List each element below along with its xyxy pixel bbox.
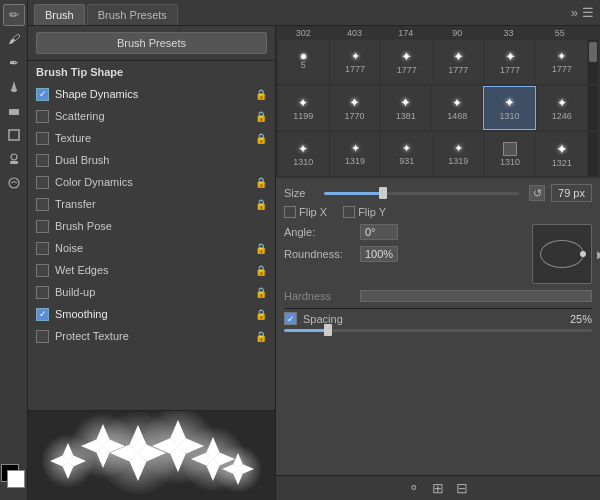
tool-blur[interactable]	[3, 172, 25, 194]
check-noise[interactable]	[36, 242, 49, 255]
brush-cell-1310-sq[interactable]: 1310	[485, 132, 536, 176]
tab-brush[interactable]: Brush	[34, 4, 85, 25]
tab-brush-presets[interactable]: Brush Presets	[87, 4, 178, 25]
lock-smoothing: 🔒	[255, 309, 267, 320]
tab-actions: » ☰	[571, 5, 594, 24]
spacing-slider-thumb[interactable]	[324, 324, 332, 336]
grid-scrollbar	[588, 40, 598, 84]
check-transfer[interactable]	[36, 198, 49, 211]
scroll-thumb[interactable]	[589, 42, 597, 62]
check-scattering[interactable]	[36, 110, 49, 123]
setting-texture[interactable]: Texture 🔒	[28, 127, 275, 149]
brush-cell-1319b[interactable]: ✦ 1319	[433, 132, 484, 176]
bottom-icon-grid[interactable]: ⊞	[432, 480, 444, 496]
hardness-bar[interactable]	[360, 290, 592, 302]
bottom-icon-link[interactable]: ⚬	[408, 480, 420, 496]
background-color[interactable]	[7, 470, 25, 488]
check-smoothing[interactable]	[36, 308, 49, 321]
brush-cell-1777-1[interactable]: ✦ 1777	[330, 40, 381, 84]
size-slider-thumb[interactable]	[379, 187, 387, 199]
star-brush: ✦	[453, 49, 464, 64]
tool-stamp[interactable]	[3, 148, 25, 170]
setting-shape-dynamics[interactable]: Shape Dynamics 🔒	[28, 83, 275, 105]
brush-presets-btn-row: Brush Presets	[28, 26, 275, 61]
check-dual-brush[interactable]	[36, 154, 49, 167]
star-brush: ✦	[454, 142, 463, 155]
setting-wet-edges[interactable]: Wet Edges 🔒	[28, 259, 275, 281]
spacing-value: 25%	[570, 313, 592, 325]
tool-brush[interactable]: ✏	[3, 4, 25, 26]
grid-num-55: 55	[535, 28, 585, 38]
brush-cell-1381[interactable]: ✦ 1381	[381, 86, 431, 130]
check-protect-texture[interactable]	[36, 330, 49, 343]
tool-eraser[interactable]	[3, 100, 25, 122]
brush-cell-1199[interactable]: ✦ 1199	[278, 86, 328, 130]
setting-brush-pose[interactable]: Brush Pose	[28, 215, 275, 237]
setting-buildup[interactable]: Build-up 🔒	[28, 281, 275, 303]
brush-num: 1310	[500, 157, 520, 167]
brush-grid-container: 302 403 174 90 33 55 5	[276, 26, 600, 178]
brush-cell-1468[interactable]: ✦ 1468	[432, 86, 482, 130]
check-texture[interactable]	[36, 132, 49, 145]
color-swatches[interactable]	[0, 462, 29, 492]
svg-rect-4	[10, 161, 18, 164]
setting-transfer[interactable]: Transfer 🔒	[28, 193, 275, 215]
tool-pen[interactable]: ✒	[3, 52, 25, 74]
brush-presets-button[interactable]: Brush Presets	[36, 32, 267, 54]
brush-cell-1777-4[interactable]: ✦ 1777	[485, 40, 536, 84]
bottom-icon-trash[interactable]: ⊟	[456, 480, 468, 496]
roundness-value[interactable]: 100%	[360, 246, 398, 262]
size-row: Size ↺ 79 px	[284, 184, 592, 202]
brush-num: 1777	[397, 65, 417, 75]
brush-num: 1777	[448, 65, 468, 75]
check-brush-pose[interactable]	[36, 220, 49, 233]
tool-ink[interactable]	[3, 76, 25, 98]
flip-x-btn[interactable]: Flip X	[284, 206, 327, 218]
brush-cell-1310-selected[interactable]: ✦ 1310	[483, 86, 535, 130]
tool-rectangle[interactable]	[3, 124, 25, 146]
check-buildup[interactable]	[36, 286, 49, 299]
setting-dual-brush[interactable]: Dual Brush	[28, 149, 275, 171]
brush-cell-931[interactable]: ✦ 931	[381, 132, 432, 176]
setting-smoothing[interactable]: Smoothing 🔒	[28, 303, 275, 325]
spacing-slider-track[interactable]	[284, 329, 592, 332]
brush-cell-1777-2[interactable]: ✦ 1777	[381, 40, 432, 84]
angle-value[interactable]: 0°	[360, 224, 398, 240]
brush-cell-5[interactable]: 5	[278, 40, 329, 84]
setting-noise[interactable]: Noise 🔒	[28, 237, 275, 259]
brush-cell-1246[interactable]: ✦ 1246	[537, 86, 587, 130]
brush-cell-1777-5[interactable]: ✦ 1777	[536, 40, 587, 84]
setting-scattering[interactable]: Scattering 🔒	[28, 105, 275, 127]
brush-cell-1321[interactable]: ✦ 1321	[536, 132, 587, 176]
brush-cell-1770[interactable]: ✦ 1770	[329, 86, 379, 130]
check-shape-dynamics[interactable]	[36, 88, 49, 101]
tool-paintbrush[interactable]: 🖌	[3, 28, 25, 50]
hardness-label: Hardness	[284, 290, 354, 302]
menu-icon[interactable]: ☰	[582, 5, 594, 20]
label-wet-edges: Wet Edges	[55, 264, 109, 276]
flip-x-check[interactable]	[284, 206, 296, 218]
brush-cell-1319[interactable]: ✦ 1319	[330, 132, 381, 176]
expand-icon[interactable]: »	[571, 5, 578, 20]
size-slider-track[interactable]	[324, 192, 519, 195]
angle-dial[interactable]: ▶	[532, 224, 592, 284]
label-texture: Texture	[55, 132, 91, 144]
brush-dot	[301, 54, 306, 59]
label-noise: Noise	[55, 242, 83, 254]
flip-y-btn[interactable]: Flip Y	[343, 206, 386, 218]
check-color-dynamics[interactable]	[36, 176, 49, 189]
setting-protect-texture[interactable]: Protect Texture 🔒	[28, 325, 275, 347]
setting-color-dynamics[interactable]: Color Dynamics 🔒	[28, 171, 275, 193]
brush-num: 1246	[552, 111, 572, 121]
star-brush: ✦	[400, 95, 411, 110]
size-reset-button[interactable]: ↺	[529, 185, 545, 201]
dial-handle[interactable]	[580, 251, 586, 257]
brush-cell-1777-3[interactable]: ✦ 1777	[433, 40, 484, 84]
size-label: Size	[284, 187, 314, 199]
spacing-check[interactable]	[284, 312, 297, 325]
flip-y-check[interactable]	[343, 206, 355, 218]
check-wet-edges[interactable]	[36, 264, 49, 277]
size-value: 79 px	[551, 184, 592, 202]
star-brush: ✦	[351, 50, 360, 63]
brush-cell-1310b[interactable]: ✦ 1310	[278, 132, 329, 176]
